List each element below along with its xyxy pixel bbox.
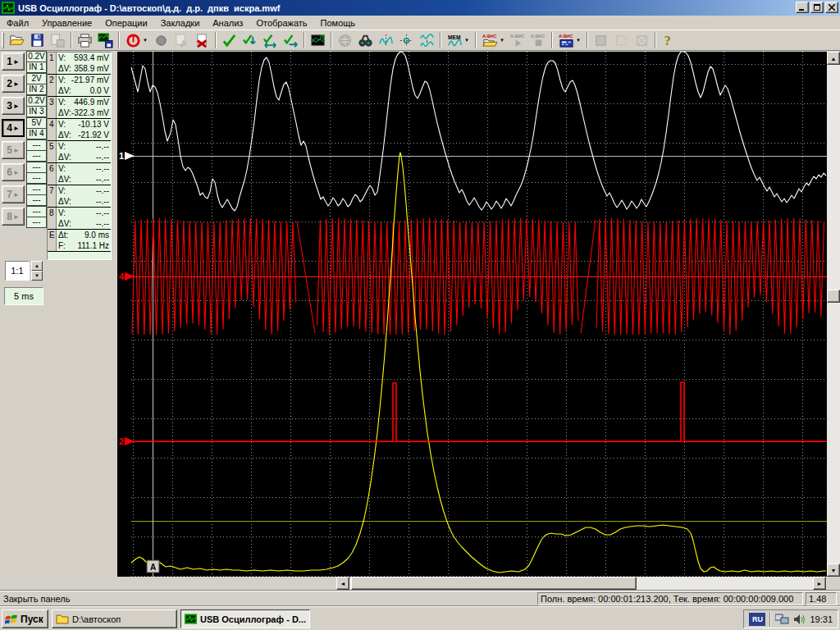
toolbar-button-save-image[interactable] [95,30,116,50]
tray-separator [769,612,771,627]
toolbar-button-abc-play[interactable]: A:B#C [508,30,528,50]
toolbar-button-save-file[interactable] [27,30,48,50]
channel-range-value[interactable]: 2V [26,73,47,84]
channel-range-value[interactable]: 0.2V [26,51,47,62]
toolbar-button-select-dotted[interactable] [611,30,632,50]
cursor-a-label[interactable]: A [150,563,156,572]
toolbar-separator [331,32,332,48]
zoom-spinner-down[interactable]: ▼ [31,271,43,281]
toolbar-button-check-next[interactable] [281,30,301,50]
toolbar-button-memory[interactable]: MEM▼ [444,30,472,50]
channel-input-name[interactable]: --- [26,194,47,206]
toolbar-button-search[interactable] [355,30,376,50]
channel-range-value[interactable]: --- [26,162,47,173]
toolbar-button-check-prev[interactable] [240,30,260,50]
vscroll-thumb[interactable] [827,290,840,303]
zoom-spinner-up[interactable]: ▲ [31,261,43,271]
channel-input-name[interactable]: --- [26,172,47,184]
minimize-button[interactable] [796,2,809,13]
toolbar-button-check-all[interactable] [260,30,281,50]
titlebar[interactable]: USB Осциллограф - D:\автоскоп\д.д. д.р. … [0,0,840,16]
channel-button-3[interactable]: 3► [2,97,25,115]
channel-input-name[interactable]: IN 3 [26,106,47,117]
toolbar-button-open-file[interactable] [7,30,27,50]
channel-button-4[interactable]: 4► [2,119,25,137]
dropdown-arrow-icon[interactable]: ▼ [464,38,469,43]
maximize-button[interactable] [810,2,824,13]
scroll-down-button[interactable]: ▼ [827,564,840,577]
channel-button-6[interactable]: 6► [2,163,25,181]
speaker-icon[interactable] [793,614,806,625]
close-button[interactable] [825,2,838,13]
channel-button-8[interactable]: 8► [2,208,25,226]
toolbar-button-select-cross[interactable] [632,30,652,50]
ch1-pressure-marker-label[interactable]: 1 [119,151,124,161]
toolbar-button-select-solid[interactable] [591,30,611,50]
toolbar-button-stop-device[interactable]: ▼ [122,30,151,50]
toolbar-button-help[interactable]: ? [659,30,679,50]
toolbar-button-delete-record[interactable] [192,30,212,50]
task-oscilloscope[interactable]: USB Осциллограф - D... [180,609,310,628]
channel-range-value[interactable]: --- [26,139,47,151]
channel-input-name[interactable]: IN 2 [26,84,47,95]
ch4-crank-sensor-marker-label[interactable]: 4 [119,272,125,281]
hscroll-thumb[interactable] [351,577,637,590]
measure-value: 0.0 V [90,85,109,96]
network-icon[interactable] [775,614,789,625]
toolbar-button-crosshair[interactable] [396,30,417,50]
scroll-right-button[interactable]: ► [813,577,826,590]
menu-item-5[interactable]: Отображать [249,16,313,30]
channel-range-value[interactable]: --- [26,206,47,217]
abc-panel-icon: A:B#C [559,33,574,48]
toolbar-button-save-fragment[interactable] [48,30,68,50]
channel-range-value[interactable]: 5V [26,117,47,129]
menu-item-4[interactable]: Анализ [206,16,249,30]
channel-button-5[interactable]: 5► [2,141,25,159]
timebase-box[interactable]: 5 ms [4,287,43,305]
menu-item-0[interactable]: Файл [0,16,35,30]
dropdown-arrow-icon[interactable]: ▼ [500,38,504,43]
toolbar-button-probe[interactable] [171,30,192,50]
toolbar-grip[interactable] [2,32,4,48]
toolbar-button-abc-stop[interactable]: A:B#C [528,30,549,50]
zoom-ratio-box[interactable]: 1:1 [5,261,30,281]
toolbar-button-abc-open[interactable]: A:B#C▼ [479,30,508,50]
start-button[interactable]: Пуск [2,609,48,628]
channel-range-value[interactable]: 0.2V [26,95,47,107]
menu-item-1[interactable]: Управление [35,16,98,30]
plot-vscrollbar[interactable]: ▲ ▼ [827,52,840,577]
menu-item-3[interactable]: Закладки [154,16,207,30]
close-panel-label[interactable]: Закрыть панель [3,594,70,604]
ch2-spark-marker-label[interactable]: 2 [119,436,124,446]
scroll-up-button[interactable]: ▲ [827,52,840,65]
channel-input-name[interactable]: --- [26,150,47,162]
language-indicator[interactable]: RU [749,613,765,626]
measure-row-5: 5V:--.--ΔV:--.-- [48,141,111,163]
menu-item-2[interactable]: Операции [98,16,153,30]
toolbar-button-apply-check[interactable] [219,30,240,50]
toolbar-button-start-record[interactable] [151,30,171,50]
task-folder[interactable]: D:\автоскоп [52,609,177,628]
toolbar-button-wave-compare[interactable] [417,30,437,50]
toolbar-button-web[interactable] [335,30,355,50]
oscilloscope-plot[interactable]: 412A [117,52,827,577]
toolbar-button-print[interactable] [75,30,95,50]
channel-input-name[interactable]: --- [26,217,47,228]
channel-range-value[interactable]: --- [26,184,47,195]
channel-button-2[interactable]: 2► [2,75,25,93]
measure-value: --.-- [96,141,109,152]
measure-value: --.-- [96,208,109,218]
scroll-left-button[interactable]: ◄ [336,577,349,590]
toolbar-button-abc-panel[interactable]: A:B#C▼ [555,30,584,50]
toolbar-button-display-mode[interactable] [308,30,328,50]
menu-item-6[interactable]: Помощь [314,16,363,30]
toolbar-button-wave-cursor[interactable] [376,30,396,50]
channel-input-name[interactable]: IN 4 [26,128,47,139]
measure-value: -21.97 mV [71,75,109,85]
channel-input-name[interactable]: IN 1 [26,62,47,73]
channel-button-1[interactable]: 1► [2,52,25,71]
dropdown-arrow-icon[interactable]: ▼ [143,38,148,43]
dropdown-arrow-icon[interactable]: ▼ [576,38,581,43]
channel-button-7[interactable]: 7► [2,185,25,203]
plot-hscrollbar[interactable]: ◄ ► [336,577,827,590]
